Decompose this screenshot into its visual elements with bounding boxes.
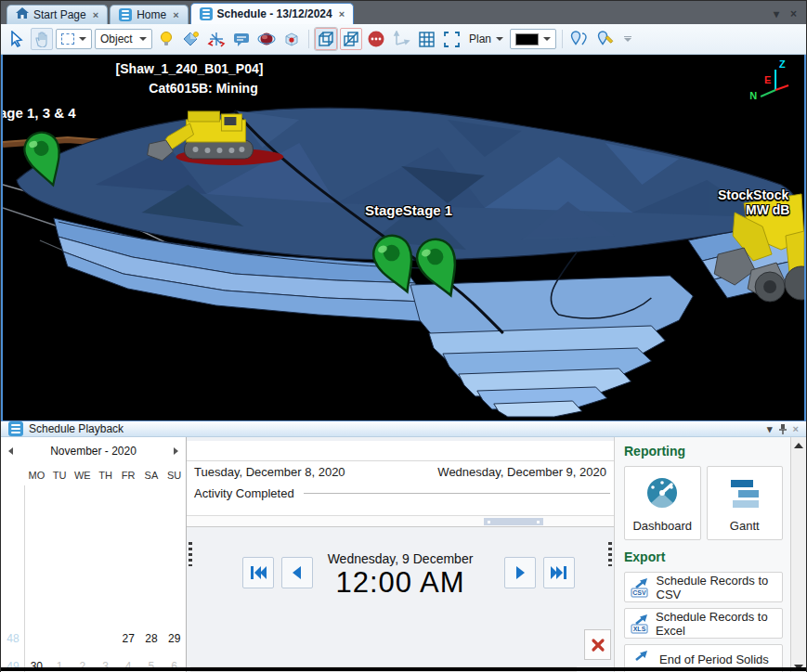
wireframe-view-button[interactable]	[315, 28, 337, 50]
timeline-area: Tuesday, December 8, 2020 Wednesday, Dec…	[187, 437, 614, 672]
sidebar-scrollbar[interactable]	[790, 437, 806, 672]
stage-center-label: StageStage 1	[365, 202, 452, 218]
calendar-next-icon[interactable]	[174, 447, 178, 455]
cube-dot-icon	[282, 30, 301, 48]
pan-tool-button[interactable]	[31, 28, 53, 50]
activity-row: Activity Completed	[187, 482, 614, 504]
chevron-down-icon	[139, 37, 147, 41]
activity-row-label: Activity Completed	[194, 486, 294, 500]
toolbar-separator	[308, 30, 309, 48]
export-excel-label: Schedule Records to Excel	[656, 610, 776, 638]
skip-to-start-button[interactable]	[242, 557, 274, 588]
stockpile-label-line1: StockStock	[718, 187, 788, 202]
extents-brackets-icon	[443, 31, 461, 48]
more-options-button[interactable]	[365, 28, 387, 50]
lighting-button[interactable]	[155, 28, 177, 50]
select-tool-button[interactable]	[6, 28, 28, 50]
axes-toggle-button[interactable]	[390, 28, 412, 50]
document-icon	[119, 8, 132, 21]
grid-icon	[418, 31, 436, 48]
shaded-view-button[interactable]	[340, 28, 362, 50]
reporting-sidebar: Reporting Dashboard	[614, 437, 790, 672]
hand-icon	[33, 31, 50, 47]
selection-mode-dropdown[interactable]	[56, 29, 92, 49]
view-orientation-value: Plan	[469, 32, 491, 45]
panel-icon	[8, 421, 23, 436]
chevron-down-icon	[496, 37, 503, 41]
timeline-scrollbar[interactable]	[187, 515, 614, 527]
calendar-week-48[interactable]: 48 27 28 29	[1, 625, 186, 653]
machine-label-line1: [Shaw_1_240_B01_P04]	[94, 61, 285, 76]
panel-close-icon[interactable]: ×	[793, 423, 799, 434]
solid-cube-button[interactable]	[280, 28, 303, 50]
render-sphere-button[interactable]	[255, 28, 278, 50]
close-tab-icon[interactable]: ×	[339, 8, 345, 19]
calendar-divider	[24, 485, 25, 672]
scroll-up-icon[interactable]	[791, 438, 806, 453]
axis-triad: Z E N	[749, 58, 788, 101]
mine-scene: Z E N	[3, 55, 804, 420]
view-orientation-dropdown[interactable]: Plan	[465, 32, 507, 45]
window-bottom-edge	[1, 667, 806, 671]
skip-to-end-button[interactable]	[543, 557, 575, 588]
schedule-playback-panel: Schedule Playback ▾ × November - 2020 MO…	[1, 420, 806, 672]
shading-diamond-icon	[182, 31, 201, 47]
home-icon	[16, 7, 29, 22]
slashed-cube-icon	[342, 30, 360, 48]
activity-row-line	[304, 493, 610, 494]
panel-title: Schedule Playback	[29, 422, 124, 435]
export-header: Export	[624, 549, 783, 564]
wire-cube-icon	[317, 30, 335, 48]
chevron-down-icon	[79, 37, 86, 41]
timeline-empty-row	[187, 441, 614, 461]
3d-viewport[interactable]: Z E N [Shaw_1_240_B01_P04] Cat6015B: Min…	[1, 55, 806, 420]
timeline-date-headers: Tuesday, December 8, 2020 Wednesday, Dec…	[187, 461, 614, 482]
timeline-date-left: Tuesday, December 8, 2020	[194, 465, 437, 479]
close-tab-icon[interactable]: ×	[173, 9, 178, 20]
panel-titlebar[interactable]: Schedule Playback ▾ ×	[1, 421, 806, 437]
snap-settings-button[interactable]	[205, 28, 228, 50]
edit-pin-button[interactable]	[593, 28, 616, 50]
step-forward-button[interactable]	[504, 557, 536, 588]
gantt-label: Gantt	[730, 519, 760, 533]
toolbar-overflow-button[interactable]	[624, 36, 631, 42]
document-icon	[200, 7, 213, 20]
pin-icon[interactable]	[778, 423, 787, 435]
gantt-bars-icon	[723, 474, 766, 513]
panel-menu-icon[interactable]: ▾	[767, 423, 773, 435]
step-back-button[interactable]	[281, 557, 313, 588]
export-xls-icon: XLS	[631, 614, 649, 634]
annotation-button[interactable]	[230, 28, 253, 50]
grid-toggle-button[interactable]	[415, 28, 437, 50]
background-color-dropdown[interactable]	[510, 29, 556, 49]
close-tab-icon[interactable]: ×	[93, 9, 98, 20]
close-document-icon[interactable]: ×	[790, 7, 797, 20]
skip-start-icon	[247, 562, 269, 584]
tab-schedule[interactable]: Schedule - 13/12/2024 ×	[190, 3, 355, 24]
stage-left-label: age 1, 3 & 4	[1, 105, 76, 121]
axes-icon	[392, 31, 410, 47]
stockpile-label-line2: MW dB	[746, 202, 789, 217]
export-excel-button[interactable]: XLS Schedule Records to Excel	[624, 608, 783, 639]
skip-end-icon	[548, 562, 570, 584]
stop-playback-button[interactable]	[584, 629, 611, 660]
export-csv-button[interactable]: CSV Schedule Records to CSV	[624, 572, 783, 602]
object-mode-dropdown[interactable]: Object	[95, 29, 152, 49]
show-pins-button[interactable]	[568, 28, 591, 50]
gantt-button[interactable]: Gantt	[707, 466, 784, 540]
svg-text:XLS: XLS	[633, 626, 646, 632]
main-toolbar: Object	[1, 24, 806, 55]
timeline-scrollbar-thumb[interactable]	[484, 518, 543, 525]
shading-button[interactable]	[180, 28, 202, 50]
tab-home[interactable]: Home ×	[110, 5, 188, 24]
tab-start-page[interactable]: Start Page ×	[7, 5, 108, 24]
color-swatch	[515, 33, 539, 45]
dashboard-button[interactable]: Dashboard	[624, 466, 701, 540]
red-x-icon	[591, 638, 605, 653]
snap-icon	[207, 31, 226, 47]
axis-z-label: Z	[779, 58, 786, 70]
tab-list-dropdown-icon[interactable]: ▾	[774, 7, 779, 20]
zoom-extents-button[interactable]	[440, 28, 462, 50]
comment-icon	[233, 32, 250, 47]
calendar-month-label[interactable]: November - 2020	[13, 445, 174, 458]
